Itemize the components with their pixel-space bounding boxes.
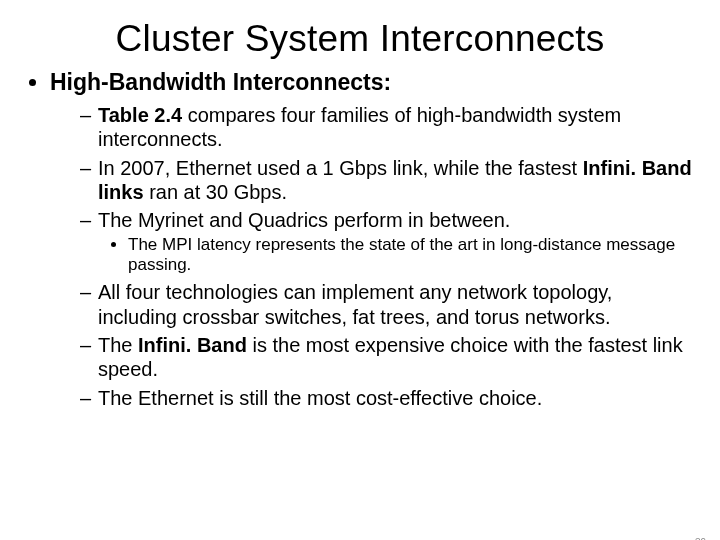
text-pre: The Myrinet and Quadrics perform in betw… <box>98 209 510 231</box>
text-pre: The <box>98 334 138 356</box>
text-bold: Table 2.4 <box>98 104 182 126</box>
bullet-list-lvl3: The MPI latency represents the state of … <box>98 235 692 276</box>
text-bold: Infini. Band <box>138 334 247 356</box>
lvl3-item: The MPI latency represents the state of … <box>128 235 692 276</box>
page-title: Cluster System Interconnects <box>0 18 720 60</box>
bullet-list-lvl1: High-Bandwidth Interconnects: Table 2.4 … <box>28 68 692 410</box>
slide: Cluster System Interconnects High-Bandwi… <box>0 18 720 540</box>
text-post: ran at 30 Gbps. <box>144 181 287 203</box>
text-pre: All four technologies can implement any … <box>98 281 612 327</box>
lvl2-item: Table 2.4 compares four families of high… <box>80 103 692 152</box>
lvl1-item: High-Bandwidth Interconnects: Table 2.4 … <box>50 68 692 410</box>
lvl2-item: All four technologies can implement any … <box>80 280 692 329</box>
lvl2-item: The Myrinet and Quadrics perform in betw… <box>80 208 692 276</box>
bullet-list-lvl2: Table 2.4 compares four families of high… <box>50 103 692 410</box>
lvl1-label: High-Bandwidth Interconnects: <box>50 69 391 95</box>
lvl2-item: The Ethernet is still the most cost-effe… <box>80 386 692 410</box>
text-pre: The Ethernet is still the most cost-effe… <box>98 387 542 409</box>
text-pre: In 2007, Ethernet used a 1 Gbps link, wh… <box>98 157 583 179</box>
lvl3-text: The MPI latency represents the state of … <box>128 235 675 275</box>
lvl2-item: The Infini. Band is the most expensive c… <box>80 333 692 382</box>
lvl2-item: In 2007, Ethernet used a 1 Gbps link, wh… <box>80 156 692 205</box>
